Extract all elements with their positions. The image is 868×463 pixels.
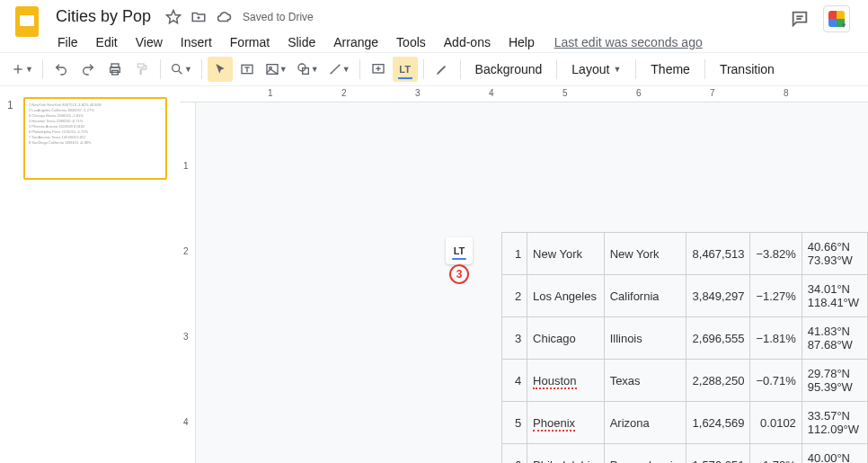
cell-rank[interactable]: 3 xyxy=(502,317,527,360)
cell-population[interactable]: 3,849,297 xyxy=(686,275,749,317)
cell-coordinates[interactable]: 29.78°N 95.39°W xyxy=(802,360,867,402)
zoom-button[interactable]: ▼ xyxy=(166,57,196,82)
horizontal-ruler: 12345678 xyxy=(180,86,868,102)
cell-change[interactable]: 0.0102 xyxy=(750,402,802,444)
table-row[interactable]: 5PhoenixArizona1,624,5690.010233.57°N 11… xyxy=(502,402,868,444)
cell-change[interactable]: −1.72% xyxy=(750,444,802,464)
cell-change[interactable]: −0.71% xyxy=(750,360,802,402)
table-row[interactable]: 2Los AngelesCalifornia3,849,297−1.27%34.… xyxy=(502,275,868,317)
last-edit-link[interactable]: Last edit was seconds ago xyxy=(554,31,703,53)
cell-city[interactable]: Phoenix xyxy=(527,402,605,444)
menu-view[interactable]: View xyxy=(128,31,170,53)
new-slide-button[interactable]: ▼ xyxy=(7,57,37,82)
cell-population[interactable]: 1,576,251 xyxy=(686,444,749,464)
menu-insert[interactable]: Insert xyxy=(173,31,219,53)
cell-population[interactable]: 1,624,569 xyxy=(686,402,749,444)
background-button[interactable]: Background xyxy=(466,57,552,82)
pen-tool[interactable] xyxy=(430,57,455,82)
cell-coordinates[interactable]: 40.00°N 75.13°W xyxy=(802,444,867,464)
select-tool[interactable] xyxy=(208,57,233,82)
cell-population[interactable]: 2,288,250 xyxy=(686,360,749,402)
menu-add-ons[interactable]: Add-ons xyxy=(437,31,498,53)
cell-city[interactable]: Chicago xyxy=(527,317,605,360)
transition-button[interactable]: Transition xyxy=(711,57,784,82)
cell-rank[interactable]: 1 xyxy=(502,233,527,275)
slide-number: 1 xyxy=(7,97,18,180)
menu-slide[interactable]: Slide xyxy=(280,31,323,53)
cell-state[interactable]: Pennsylvania xyxy=(604,444,686,464)
svg-marker-0 xyxy=(167,10,181,22)
cloud-saved-icon[interactable] xyxy=(216,9,232,25)
cell-rank[interactable]: 2 xyxy=(502,275,527,317)
svg-rect-8 xyxy=(137,64,144,67)
vertical-ruler: 1234 xyxy=(180,102,196,463)
cell-city[interactable]: Los Angeles xyxy=(527,275,605,317)
table-row[interactable]: 1New YorkNew York8,467,513−3.82%40.66°N … xyxy=(502,233,868,275)
svg-point-9 xyxy=(173,65,180,72)
lt-tool[interactable]: LT xyxy=(393,57,418,82)
cell-population[interactable]: 8,467,513 xyxy=(686,233,749,275)
textbox-tool[interactable] xyxy=(235,57,260,82)
cell-state[interactable]: Illinois xyxy=(604,317,686,360)
saved-status: Saved to Drive xyxy=(243,11,314,23)
redo-button[interactable] xyxy=(75,57,101,82)
cell-state[interactable]: California xyxy=(604,275,686,317)
meet-button[interactable]: ▼ xyxy=(823,5,850,32)
cell-coordinates[interactable]: 41.83°N 87.68°W xyxy=(802,317,867,360)
line-tool[interactable]: ▼ xyxy=(324,57,354,82)
cell-state[interactable]: New York xyxy=(604,233,686,275)
cell-coordinates[interactable]: 40.66°N 73.93°W xyxy=(802,233,867,275)
paint-format-button[interactable] xyxy=(129,57,155,82)
svg-line-18 xyxy=(330,65,340,75)
cell-city[interactable]: Philadelphia xyxy=(527,444,605,464)
slides-logo[interactable] xyxy=(11,5,43,38)
table-row[interactable]: 3ChicagoIllinois2,696,555−1.81%41.83°N 8… xyxy=(502,317,868,360)
cell-state[interactable]: Arizona xyxy=(604,402,686,444)
image-tool[interactable]: ▼ xyxy=(261,57,291,82)
theme-button[interactable]: Theme xyxy=(642,57,699,82)
cell-rank[interactable]: 5 xyxy=(502,402,527,444)
cell-rank[interactable]: 6 xyxy=(502,444,527,464)
cities-table[interactable]: 1New YorkNew York8,467,513−3.82%40.66°N … xyxy=(501,232,868,463)
cell-change[interactable]: −1.81% xyxy=(750,317,802,360)
shape-tool[interactable]: ▼ xyxy=(293,57,323,82)
menu-tools[interactable]: Tools xyxy=(389,31,433,53)
cell-change[interactable]: −1.27% xyxy=(750,275,802,317)
menu-arrange[interactable]: Arrange xyxy=(326,31,385,53)
table-row[interactable]: 6PhiladelphiaPennsylvania1,576,251−1.72%… xyxy=(502,444,868,464)
table-row[interactable]: 4HoustonTexas2,288,250−0.71%29.78°N 95.3… xyxy=(502,360,868,402)
lt-floating-button[interactable]: LT xyxy=(446,237,473,264)
menu-format[interactable]: Format xyxy=(223,31,277,53)
cell-city[interactable]: Houston xyxy=(527,360,605,402)
move-folder-icon[interactable] xyxy=(190,9,207,25)
layout-button[interactable]: Layout▼ xyxy=(562,57,630,82)
undo-button[interactable] xyxy=(49,57,74,82)
cell-state[interactable]: Texas xyxy=(604,360,686,402)
slide-thumbnail[interactable]: 1 NewYork NewYork 8467513 -3.82% 40.66N … xyxy=(23,97,167,180)
document-title[interactable]: Cities by Pop xyxy=(50,5,156,28)
star-icon[interactable] xyxy=(165,9,182,25)
menu-file[interactable]: File xyxy=(50,31,85,53)
cell-population[interactable]: 2,696,555 xyxy=(686,317,749,360)
cell-change[interactable]: −3.82% xyxy=(750,233,802,275)
cell-coordinates[interactable]: 34.01°N 118.41°W xyxy=(802,275,867,317)
cell-city[interactable]: New York xyxy=(527,233,605,275)
cell-rank[interactable]: 4 xyxy=(502,360,527,402)
print-button[interactable] xyxy=(102,57,128,82)
comments-icon[interactable] xyxy=(789,8,810,30)
menu-help[interactable]: Help xyxy=(501,31,542,53)
menu-edit[interactable]: Edit xyxy=(89,31,125,53)
lt-error-count-badge[interactable]: 3 xyxy=(449,264,469,284)
comment-tool[interactable] xyxy=(366,57,391,82)
svg-line-10 xyxy=(179,71,182,74)
cell-coordinates[interactable]: 33.57°N 112.09°W xyxy=(802,402,867,444)
